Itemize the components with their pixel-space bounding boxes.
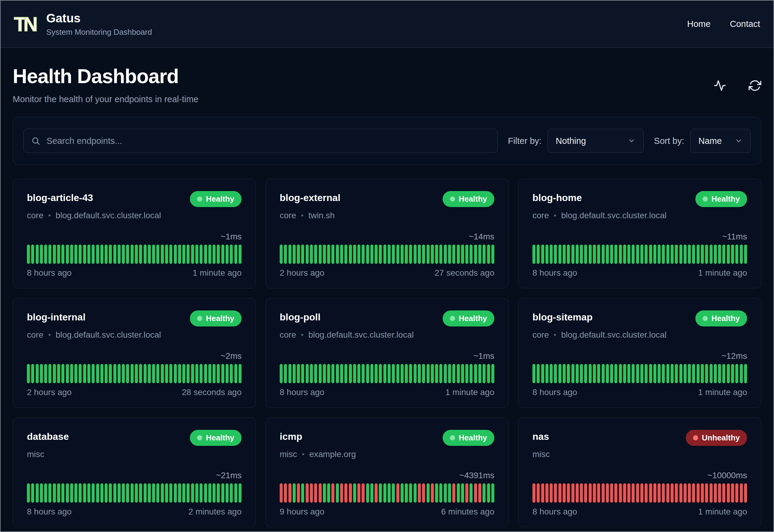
uptime-bar[interactable] — [401, 483, 404, 503]
uptime-bar[interactable] — [666, 483, 669, 503]
uptime-bar[interactable] — [353, 483, 356, 503]
uptime-bar[interactable] — [580, 483, 583, 503]
uptime-bar[interactable] — [576, 483, 579, 503]
uptime-bar[interactable] — [491, 245, 494, 264]
uptime-bar[interactable] — [731, 483, 734, 503]
uptime-bar[interactable] — [340, 245, 343, 264]
uptime-bar[interactable] — [306, 245, 309, 264]
uptime-bar[interactable] — [405, 364, 408, 383]
uptime-bar[interactable] — [131, 245, 134, 264]
uptime-bar[interactable] — [744, 364, 747, 383]
uptime-bar[interactable] — [731, 364, 734, 383]
uptime-bar[interactable] — [187, 245, 190, 264]
uptime-bar[interactable] — [92, 364, 95, 383]
uptime-bar[interactable] — [640, 245, 643, 264]
uptime-bar[interactable] — [576, 364, 579, 383]
uptime-bar[interactable] — [658, 364, 661, 383]
uptime-bar[interactable] — [344, 364, 347, 383]
uptime-bar[interactable] — [710, 245, 713, 264]
uptime-bar[interactable] — [195, 483, 198, 503]
uptime-bar[interactable] — [452, 364, 455, 383]
uptime-bar[interactable] — [44, 245, 47, 264]
uptime-bar[interactable] — [40, 245, 43, 264]
uptime-bar[interactable] — [336, 483, 339, 503]
uptime-bar[interactable] — [156, 483, 159, 503]
uptime-bar[interactable] — [727, 483, 730, 503]
uptime-bar[interactable] — [580, 245, 583, 264]
uptime-bar[interactable] — [614, 245, 617, 264]
uptime-bar[interactable] — [692, 483, 695, 503]
uptime-bar[interactable] — [636, 364, 639, 383]
uptime-bar[interactable] — [152, 245, 155, 264]
uptime-bar[interactable] — [165, 483, 168, 503]
uptime-bar[interactable] — [178, 364, 181, 383]
uptime-bar[interactable] — [284, 483, 287, 503]
uptime-bar[interactable] — [79, 483, 82, 503]
uptime-bar[interactable] — [353, 364, 356, 383]
uptime-bar[interactable] — [448, 364, 451, 383]
uptime-bar[interactable] — [483, 245, 486, 264]
uptime-bar[interactable] — [532, 483, 535, 503]
uptime-bar[interactable] — [435, 245, 438, 264]
uptime-bar[interactable] — [491, 483, 494, 503]
uptime-bar[interactable] — [606, 364, 609, 383]
uptime-bar[interactable] — [139, 483, 142, 503]
uptime-bar[interactable] — [314, 364, 317, 383]
uptime-bar[interactable] — [174, 245, 177, 264]
uptime-bar[interactable] — [100, 245, 103, 264]
uptime-bar[interactable] — [327, 483, 330, 503]
uptime-bar[interactable] — [675, 364, 678, 383]
uptime-bar[interactable] — [217, 245, 220, 264]
uptime-bar[interactable] — [662, 245, 665, 264]
uptime-bar[interactable] — [208, 364, 211, 383]
uptime-bar[interactable] — [558, 364, 561, 383]
uptime-bar[interactable] — [131, 483, 134, 503]
uptime-bar[interactable] — [323, 483, 326, 503]
uptime-bar[interactable] — [580, 364, 583, 383]
uptime-bar[interactable] — [658, 483, 661, 503]
uptime-bar[interactable] — [396, 364, 399, 383]
uptime-bar[interactable] — [239, 245, 242, 264]
uptime-bar[interactable] — [191, 245, 194, 264]
uptime-bar[interactable] — [182, 483, 185, 503]
uptime-bar[interactable] — [684, 364, 687, 383]
uptime-bar[interactable] — [558, 245, 561, 264]
uptime-bar[interactable] — [409, 364, 412, 383]
uptime-bar[interactable] — [422, 483, 425, 503]
uptime-bar[interactable] — [558, 483, 561, 503]
uptime-bar[interactable] — [208, 245, 211, 264]
uptime-bar[interactable] — [589, 483, 592, 503]
uptime-bar[interactable] — [83, 483, 86, 503]
uptime-bar[interactable] — [491, 364, 494, 383]
uptime-bar[interactable] — [83, 364, 86, 383]
uptime-bar[interactable] — [722, 245, 725, 264]
uptime-bar[interactable] — [344, 245, 347, 264]
nav-contact-link[interactable]: Contact — [730, 19, 760, 29]
uptime-bar[interactable] — [118, 483, 121, 503]
uptime-bar[interactable] — [366, 245, 369, 264]
uptime-bar[interactable] — [109, 364, 112, 383]
uptime-bar[interactable] — [288, 483, 291, 503]
uptime-bar[interactable] — [692, 364, 695, 383]
uptime-bar[interactable] — [353, 245, 356, 264]
uptime-bar[interactable] — [563, 364, 566, 383]
endpoint-card[interactable]: blog-poll Healthy core • blog.default.sv… — [265, 298, 509, 408]
uptime-bar[interactable] — [230, 483, 233, 503]
uptime-bar[interactable] — [563, 483, 566, 503]
uptime-bar[interactable] — [284, 364, 287, 383]
uptime-bar[interactable] — [195, 245, 198, 264]
uptime-bar[interactable] — [545, 364, 548, 383]
uptime-bar[interactable] — [550, 483, 553, 503]
uptime-bar[interactable] — [152, 483, 155, 503]
uptime-bar[interactable] — [92, 245, 95, 264]
uptime-bar[interactable] — [366, 364, 369, 383]
uptime-bar[interactable] — [418, 483, 421, 503]
uptime-bar[interactable] — [226, 483, 229, 503]
uptime-bar[interactable] — [70, 483, 73, 503]
uptime-bar[interactable] — [36, 364, 39, 383]
uptime-bar[interactable] — [191, 483, 194, 503]
uptime-bar[interactable] — [357, 245, 360, 264]
uptime-bar[interactable] — [100, 364, 103, 383]
uptime-bar[interactable] — [213, 483, 216, 503]
uptime-bar[interactable] — [649, 245, 652, 264]
